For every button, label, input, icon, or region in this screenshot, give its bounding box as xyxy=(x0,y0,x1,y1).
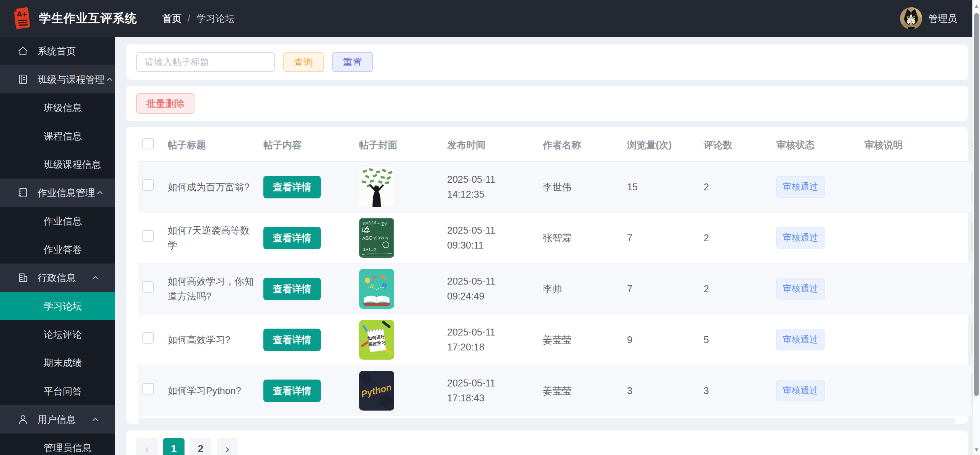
pagination: ‹12› xyxy=(126,430,968,455)
search-toolbar: 查询 重置 xyxy=(126,44,968,80)
author-name: 张智霖 xyxy=(538,213,622,264)
sidebar-item-admin-user-info[interactable]: 管理员信息 xyxy=(0,434,115,455)
row-checkbox[interactable] xyxy=(142,281,154,293)
comments-count: 2 xyxy=(699,161,772,213)
sidebar-item-study-forum[interactable]: 学习论坛 xyxy=(0,292,115,320)
review-note xyxy=(860,314,967,365)
chevron-up-icon xyxy=(90,273,100,283)
sidebar-item-homework-answers[interactable]: 作业答卷 xyxy=(0,235,115,264)
sidebar-item-user-info[interactable]: 用户信息 xyxy=(0,405,115,434)
class-course-icon xyxy=(17,73,29,85)
table-row: 如何高效学习，你知道方法吗?查看详情 2025-05-11 09:24:49李帅… xyxy=(138,264,980,314)
column-header: 帖子封面 xyxy=(354,129,443,161)
sidebar-item-forum-comments[interactable]: 论坛评论 xyxy=(0,320,115,349)
sidebar-item-label: 作业信息管理 xyxy=(38,187,95,199)
prev-page-button[interactable]: ‹ xyxy=(136,438,158,455)
column-header: 发布时间 xyxy=(443,129,538,161)
svg-text:Σ√: Σ√ xyxy=(381,221,387,227)
search-input[interactable] xyxy=(136,52,275,72)
column-header: 帖子标题 xyxy=(163,129,259,161)
posts-table-card: 帖子标题帖子内容帖子封面发布时间作者名称浏览量(次)评论数审核状态审核说明操作 … xyxy=(126,127,968,424)
review-note xyxy=(860,365,967,416)
select-all-checkbox[interactable] xyxy=(142,138,154,149)
sidebar-item-label: 用户信息 xyxy=(38,413,90,426)
chevron-up-icon xyxy=(95,188,105,198)
column-header: 评论数 xyxy=(699,129,772,161)
sidebar-item-class-course-info[interactable]: 班级课程信息 xyxy=(0,150,115,178)
sidebar-item-platform-qa[interactable]: 平台问答 xyxy=(0,377,115,405)
sidebar-item-administrative-info[interactable]: 行政信息 xyxy=(0,264,115,292)
posts-table: 帖子标题帖子内容帖子封面发布时间作者名称浏览量(次)评论数审核状态审核说明操作 … xyxy=(138,129,980,416)
sidebar-item-class-course-management[interactable]: 班级与课程管理 xyxy=(0,65,115,93)
next-page-button[interactable]: › xyxy=(217,438,238,455)
review-status-badge: 审核通过 xyxy=(776,329,825,350)
sidebar-item-label: 作业答卷 xyxy=(44,243,115,256)
sidebar-item-homework-info[interactable]: 作业信息 xyxy=(0,207,115,235)
views-count: 3 xyxy=(622,365,699,416)
user-name: 管理员 xyxy=(928,12,957,25)
review-note xyxy=(860,264,967,314)
user-avatar[interactable] xyxy=(900,7,922,29)
review-status-badge: 审核通过 xyxy=(776,176,825,198)
sidebar-nav: 系统首页班级与课程管理班级信息课程信息班级课程信息作业信息管理作业信息作业答卷行… xyxy=(0,37,115,455)
table-horizontal-scrollbar[interactable] xyxy=(138,418,956,424)
chevron-up-icon xyxy=(90,414,100,424)
author-name: 李帅 xyxy=(538,264,622,314)
author-name: 姜莹莹 xyxy=(538,314,622,365)
sidebar-item-system-home[interactable]: 系统首页 xyxy=(0,37,115,65)
sidebar-item-label: 课程信息 xyxy=(44,130,115,142)
table-header-row: 帖子标题帖子内容帖子封面发布时间作者名称浏览量(次)评论数审核状态审核说明操作 xyxy=(138,129,980,161)
breadcrumb: 首页 / 学习论坛 xyxy=(162,12,235,25)
review-status-badge: 审核通过 xyxy=(776,227,825,249)
sidebar-item-course-info[interactable]: 课程信息 xyxy=(0,122,115,150)
publish-time: 2025-05-11 14:12:35 xyxy=(443,161,538,213)
scrollbar-thumb[interactable] xyxy=(974,13,979,396)
reset-button[interactable]: 重置 xyxy=(332,52,373,72)
post-cover-image: 如何进行 高效学习 xyxy=(359,320,394,360)
scroll-up-arrow-icon[interactable]: ▲ xyxy=(973,2,980,9)
views-count: 15 xyxy=(622,161,699,213)
sidebar-item-final-grades[interactable]: 期末成绩 xyxy=(0,349,115,377)
page-scrollbar[interactable]: ▲ ▼ xyxy=(972,0,980,455)
batch-actions-bar: 批量删除 xyxy=(126,86,968,121)
view-detail-button[interactable]: 查看详情 xyxy=(263,380,321,402)
post-cover-image xyxy=(359,167,394,207)
row-checkbox[interactable] xyxy=(142,230,154,242)
comments-count: 3 xyxy=(699,365,772,416)
page-number-button[interactable]: 2 xyxy=(190,438,211,455)
row-checkbox[interactable] xyxy=(142,383,154,394)
publish-time: 2025-05-11 17:20:18 xyxy=(443,314,538,365)
breadcrumb-current: 学习论坛 xyxy=(196,12,235,25)
sidebar-item-label: 期末成绩 xyxy=(44,357,115,369)
column-header: 审核说明 xyxy=(860,129,967,161)
views-count: 9 xyxy=(622,314,699,365)
homework-icon xyxy=(17,187,29,199)
table-row: 如何高效学习?查看详情 如何进行 高效学习 2025-05-11 17:20:1… xyxy=(138,314,980,365)
row-checkbox[interactable] xyxy=(142,179,154,191)
user-menu[interactable]: 管理员 xyxy=(900,7,957,29)
batch-delete-button[interactable]: 批量删除 xyxy=(136,93,194,114)
person-icon xyxy=(17,413,29,426)
comments-count: 2 xyxy=(699,264,772,314)
comments-count: 5 xyxy=(699,314,772,365)
view-detail-button[interactable]: 查看详情 xyxy=(263,329,321,351)
column-header: 审核状态 xyxy=(772,129,860,161)
comments-count: 2 xyxy=(699,213,772,264)
sidebar-item-label: 平台问答 xyxy=(44,385,115,398)
sidebar-item-homework-info-management[interactable]: 作业信息管理 xyxy=(0,178,115,207)
review-note xyxy=(860,213,967,264)
view-detail-button[interactable]: 查看详情 xyxy=(263,176,321,198)
view-detail-button[interactable]: 查看详情 xyxy=(263,227,321,249)
breadcrumb-separator: / xyxy=(188,13,190,24)
row-checkbox[interactable] xyxy=(142,332,154,344)
page-number-button[interactable]: 1 xyxy=(163,438,185,455)
sidebar-item-class-info[interactable]: 班级信息 xyxy=(0,93,115,122)
column-header: 作者名称 xyxy=(538,129,622,161)
post-cover-image: Python xyxy=(359,371,394,411)
view-detail-button[interactable]: 查看详情 xyxy=(263,278,321,300)
breadcrumb-home[interactable]: 首页 xyxy=(162,12,181,25)
query-button[interactable]: 查询 xyxy=(283,52,324,72)
scroll-down-arrow-icon[interactable]: ▼ xyxy=(973,446,980,453)
sidebar-item-label: 班级课程信息 xyxy=(44,158,115,171)
review-status-badge: 审核通过 xyxy=(776,380,825,401)
